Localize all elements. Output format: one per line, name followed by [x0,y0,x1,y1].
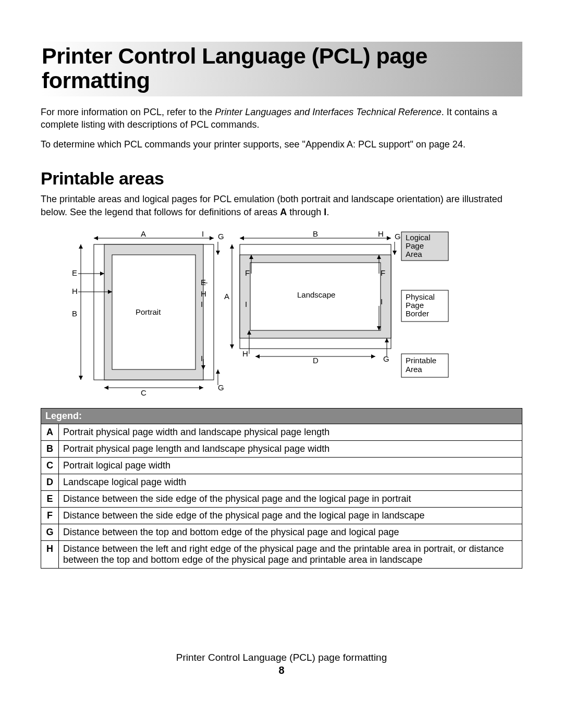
svg-text:Printable: Printable [406,356,436,365]
intro-text-1em: Printer Languages and Interfaces Technic… [215,107,442,117]
table-row: CPortrait logical page width [41,458,522,474]
page-number: 8 [41,664,522,676]
svg-text:Area: Area [406,365,422,374]
legend-header: Legend: [41,409,522,424]
intro-paragraph-1: For more information on PCL, refer to th… [41,106,522,131]
svg-text:I: I [202,229,204,238]
svg-text:Border: Border [406,309,429,318]
table-row: FDistance between the side edge of the p… [41,508,522,524]
svg-text:Logical: Logical [406,233,431,242]
svg-text:E: E [201,278,206,287]
svg-text:F: F [245,268,250,277]
footer-title: Printer Control Language (PCL) page form… [41,652,522,663]
svg-text:E: E [72,268,77,277]
svg-text:C: C [141,388,146,396]
svg-text:I: I [201,300,203,309]
svg-text:Page: Page [406,241,424,250]
table-row: APortrait physical page width and landsc… [41,424,522,441]
table-row: HDistance between the left and right edg… [41,541,522,569]
intro-text-1a: For more information on PCL, refer to th… [41,107,215,117]
svg-text:A: A [141,229,146,238]
svg-text:H: H [378,229,384,238]
svg-text:B: B [313,229,318,238]
svg-text:H: H [242,349,248,358]
svg-text:I: I [201,354,203,363]
svg-text:G: G [395,232,401,241]
page-footer: Printer Control Language (PCL) page form… [41,652,522,676]
legend-table: Legend: APortrait physical page width an… [41,408,522,569]
svg-text:H: H [72,287,78,295]
section-heading: Printable areas [41,168,522,189]
svg-text:Landscape: Landscape [297,290,335,299]
svg-text:Page: Page [406,301,424,310]
svg-text:D: D [313,356,319,365]
section-text-mid: through [287,207,324,217]
section-bold-1: A [280,207,287,217]
page-title: Printer Control Language (PCL) page form… [41,42,522,96]
table-row: EDistance between the side edge of the p… [41,491,522,508]
svg-text:F: F [381,268,385,277]
svg-text:H: H [201,289,206,298]
table-row: BPortrait physical page length and lands… [41,441,522,458]
svg-text:G: G [383,354,389,363]
svg-text:Physical: Physical [406,292,435,301]
intro-paragraph-2: To determine which PCL commands your pri… [41,138,522,151]
printable-areas-diagram: Portrait A I G B E H E H I C G I [68,229,495,396]
table-row: GDistance between the top and bottom edg… [41,524,522,541]
section-text-end: . [326,207,329,217]
svg-text:I: I [381,297,383,306]
svg-text:Portrait: Portrait [136,307,161,316]
svg-text:G: G [218,232,224,241]
section-paragraph: The printable areas and logical pages fo… [41,193,522,218]
svg-text:Area: Area [406,250,422,258]
table-row: DLandscape logical page width [41,474,522,491]
svg-text:B: B [72,309,77,318]
section-text-a: The printable areas and logical pages fo… [41,194,503,217]
svg-text:G: G [218,383,224,392]
svg-text:A: A [224,292,229,301]
svg-text:I: I [245,300,247,309]
